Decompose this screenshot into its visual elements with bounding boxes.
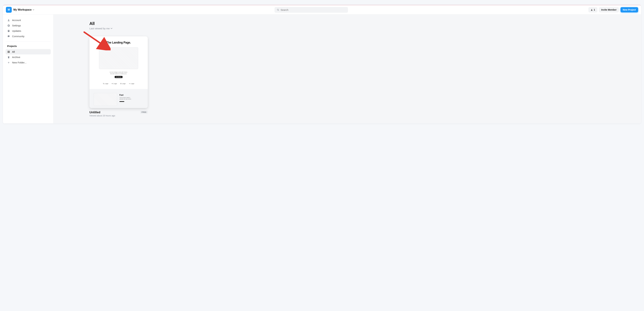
member-count-value: 1	[594, 8, 595, 11]
trash-icon	[7, 56, 10, 58]
sidebar-item-label: Community	[12, 35, 24, 38]
sidebar-item-label: Account	[12, 19, 21, 21]
project-thumbnail: The Landing Page. Go from design to site…	[90, 36, 148, 108]
grid-icon	[7, 50, 10, 53]
thumb-heading: The Landing Page.	[106, 41, 131, 44]
invite-member-label: Invite Member	[601, 8, 616, 11]
sidebar-item-label: Settings	[12, 24, 21, 27]
sidebar-item-settings[interactable]: Settings	[6, 23, 51, 28]
sidebar-item-label: Updates	[12, 29, 21, 32]
sort-label: Last viewed by me	[90, 27, 110, 30]
search-input[interactable]	[274, 7, 348, 13]
sidebar-item-all[interactable]: All	[6, 49, 51, 54]
main-content: All Last viewed by me The Landing Page. …	[54, 14, 641, 123]
invite-member-button[interactable]: Invite Member	[599, 7, 619, 12]
workspace-logo: M	[6, 7, 12, 13]
sidebar: Account Settings Updates	[3, 14, 54, 123]
new-project-label: New Project	[623, 8, 636, 11]
sidebar-item-community[interactable]: Community	[6, 33, 51, 39]
project-subtitle: Viewed about 20 hours ago	[90, 114, 115, 117]
app-window: M My Workspace	[3, 5, 641, 123]
svg-line-1	[278, 10, 279, 10]
chevron-down-icon	[110, 27, 112, 29]
workspace-switcher[interactable]: My Workspace	[14, 8, 34, 11]
thumb-feature-bar	[120, 101, 124, 102]
member-count-button[interactable]: 1	[588, 7, 597, 12]
header: M My Workspace	[3, 5, 641, 14]
sidebar-item-account[interactable]: Account	[6, 17, 51, 23]
thumb-placeholder-image	[99, 47, 138, 69]
plus-icon	[7, 61, 10, 64]
svg-rect-17	[104, 84, 104, 84]
sidebar-item-label: All	[12, 50, 15, 53]
svg-point-2	[591, 9, 592, 10]
thumb-cta-button: Get Started	[115, 76, 122, 78]
svg-rect-6	[8, 31, 9, 32]
svg-rect-19	[112, 83, 113, 84]
svg-rect-12	[9, 52, 10, 53]
gift-icon	[7, 30, 10, 32]
chevron-down-icon	[32, 9, 34, 10]
gear-icon	[7, 24, 10, 27]
user-icon	[7, 19, 10, 21]
svg-point-8	[9, 30, 9, 31]
new-project-button[interactable]: New Project	[620, 7, 638, 12]
user-icon	[591, 9, 593, 11]
thumb-feature-text: You've never made a website this fast be…	[120, 97, 132, 100]
sidebar-item-archive[interactable]: Archive	[6, 54, 51, 60]
project-title: Untitled	[90, 111, 115, 114]
sidebar-item-updates[interactable]: Updates	[6, 28, 51, 33]
search-field[interactable]	[280, 8, 346, 11]
svg-rect-16	[103, 83, 104, 83]
sidebar-item-label: New Folder...	[12, 61, 26, 64]
project-card[interactable]: The Landing Page. Go from design to site…	[90, 36, 148, 117]
sort-dropdown[interactable]: Last viewed by me	[90, 27, 605, 30]
thumb-feature-image	[94, 93, 117, 106]
thumb-logo-row: Logo Logo Logo Logo	[103, 83, 134, 84]
search-icon	[277, 9, 279, 11]
sidebar-item-new-folder[interactable]: New Folder...	[6, 60, 51, 65]
workspace-name: My Workspace	[14, 8, 32, 11]
thumb-subtext: Go from design to site with Framer, the …	[110, 71, 128, 75]
svg-rect-10	[9, 51, 10, 52]
plan-badge: FREE	[140, 111, 148, 114]
page-title: All	[90, 21, 605, 26]
svg-marker-22	[129, 83, 130, 84]
svg-rect-11	[8, 52, 8, 53]
svg-rect-9	[8, 51, 8, 52]
sidebar-item-label: Archive	[12, 56, 20, 58]
sidebar-projects-heading: Projects	[6, 44, 51, 49]
svg-point-3	[8, 19, 9, 20]
svg-point-0	[277, 9, 278, 10]
chat-icon	[7, 35, 10, 38]
thumb-feature-heading: Fast	[120, 94, 132, 96]
sidebar-divider	[6, 41, 51, 41]
